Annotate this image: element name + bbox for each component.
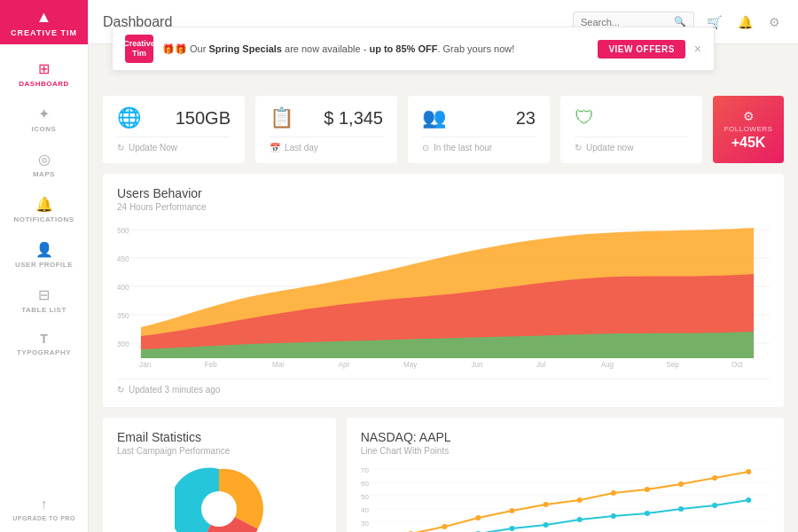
bell-header-icon[interactable]: 🔔 [734, 12, 756, 33]
refresh2-icon: ↻ [575, 143, 582, 153]
stat-value-storage: 150GB [176, 108, 231, 129]
stat-footer-text: Last day [285, 143, 318, 153]
stat-footer-text: Update now [586, 143, 633, 153]
logo-text: CREATIVE TIM [11, 28, 77, 37]
sidebar-item-label: DASHBOARD [19, 80, 69, 88]
notification-banner: Creative Tim 🎁🎁 Our Spring Specials are … [112, 27, 715, 71]
stat-footer-bugs: ↻ Update now [575, 137, 688, 153]
view-offers-button[interactable]: VIEW OFFERS [598, 40, 685, 59]
stat-footer-errors: ⊙ In the last hour [422, 137, 536, 153]
banner-logo-line1: Creative [123, 39, 155, 49]
maps-icon: ◎ [38, 151, 51, 168]
svg-text:30: 30 [361, 520, 369, 528]
svg-text:300: 300 [117, 340, 129, 349]
svg-text:50: 50 [361, 493, 369, 501]
svg-text:May: May [403, 360, 418, 370]
search-input[interactable] [581, 17, 669, 27]
sidebar-item-user-profile[interactable]: 👤 USER PROFILE [0, 232, 88, 278]
stat-footer-text: In the last hour [434, 143, 492, 153]
banner-bold: up to 85% OFF [369, 43, 437, 54]
sidebar-item-dashboard[interactable]: ⊞ DASHBOARD [0, 51, 88, 97]
svg-point-55 [645, 511, 650, 516]
svg-point-42 [610, 490, 615, 496]
stat-header: 📋 $ 1,345 [270, 106, 383, 129]
svg-point-54 [610, 513, 615, 519]
svg-point-41 [576, 497, 582, 503]
banner-text-middle: are now available - [282, 43, 369, 54]
chart-footer: ↻ Updated 3 minutes ago [117, 379, 770, 395]
sidebar-item-label: MAPS [33, 170, 55, 178]
svg-point-37 [442, 524, 447, 529]
upgrade-to-pro-button[interactable]: ↑ UPGRADE TO PRO [12, 486, 75, 532]
sidebar-item-maps[interactable]: ◎ MAPS [0, 142, 88, 187]
nasdaq-subtitle: Line Chart With Points [361, 446, 770, 456]
sidebar-item-label: USER PROFILE [15, 261, 73, 269]
sidebar-item-notifications[interactable]: 🔔 NOTIFICATIONS [0, 187, 88, 232]
typography-icon: T [40, 332, 48, 346]
clipboard-icon: 📋 [270, 106, 293, 129]
svg-text:Jun: Jun [471, 360, 482, 370]
upgrade-icon: ↑ [41, 497, 48, 512]
banner-text-prefix: 🎁🎁 Our [162, 43, 208, 54]
svg-text:Jan: Jan [139, 360, 151, 370]
followers-card: ⚙ Followers +45K [713, 96, 784, 163]
upgrade-label: UPGRADE TO PRO [12, 515, 75, 521]
svg-text:60: 60 [361, 480, 369, 488]
svg-text:450: 450 [117, 254, 129, 264]
svg-point-58 [746, 497, 751, 503]
svg-point-53 [576, 517, 582, 522]
pie-chart-container [117, 465, 322, 532]
svg-point-56 [678, 506, 684, 512]
svg-text:400: 400 [117, 283, 129, 293]
users-icon: 👥 [422, 106, 446, 129]
icons-icon: ✦ [38, 106, 50, 122]
svg-point-52 [543, 522, 548, 528]
close-icon[interactable]: × [694, 42, 701, 56]
followers-label: Followers [724, 125, 773, 133]
stat-footer-revenue: 📅 Last day [270, 137, 383, 153]
svg-text:40: 40 [361, 506, 369, 514]
sidebar-item-icons[interactable]: ✦ ICONS [0, 97, 88, 142]
stat-header: 🌐 150GB [117, 106, 231, 129]
svg-point-20 [201, 491, 237, 527]
svg-point-39 [509, 508, 514, 513]
stat-card-revenue: 📋 $ 1,345 📅 Last day [255, 96, 397, 163]
sidebar-item-label: NOTIFICATIONS [13, 215, 74, 223]
globe-icon: 🌐 [117, 106, 141, 129]
shield-icon: 🛡 [575, 106, 594, 129]
sidebar-item-typography[interactable]: T TYPOGRAPHY [0, 323, 88, 365]
sidebar-item-table-list[interactable]: ⊟ TABLE LIST [0, 278, 88, 323]
chart-update-text: Updated 3 minutes ago [129, 385, 220, 395]
refresh-icon: ↻ [117, 385, 124, 395]
followers-value: +45K [732, 135, 766, 151]
user-icon: 👤 [35, 241, 53, 258]
banner-highlight: Spring Specials [208, 43, 282, 54]
svg-point-44 [678, 481, 684, 487]
stats-row: 🌐 150GB ↻ Update Now 📋 $ 1,345 📅 [103, 96, 784, 163]
banner-text-suffix: . Grab yours now! [437, 43, 514, 54]
sidebar-logo[interactable]: ▲ CREATIVE TIM [0, 0, 88, 44]
sidebar-item-label: TABLE LIST [21, 306, 66, 314]
sidebar: ▲ CREATIVE TIM ⊞ DASHBOARD ✦ ICONS ◎ MAP… [0, 0, 89, 532]
users-behavior-title: Users Behavior [117, 186, 770, 200]
svg-point-43 [645, 487, 650, 492]
svg-text:70: 70 [361, 466, 369, 474]
sidebar-nav: ⊞ DASHBOARD ✦ ICONS ◎ MAPS 🔔 NOTIFICATIO… [0, 44, 88, 486]
logo-icon: ▲ [36, 8, 52, 27]
gear-icon[interactable]: ⚙ [743, 109, 755, 123]
svg-text:Mar: Mar [272, 360, 285, 370]
dashboard-icon: ⊞ [38, 60, 50, 77]
main-content: Dashboard 🔍 🛒 🔔 ⚙ Creative Tim 🎁🎁 O [89, 0, 798, 532]
settings-icon[interactable]: ⚙ [765, 12, 784, 33]
svg-text:Jul: Jul [536, 360, 545, 370]
svg-text:350: 350 [117, 311, 129, 321]
users-behavior-subtitle: 24 Hours Performance [117, 202, 770, 212]
svg-point-38 [475, 515, 481, 520]
banner-logo-line2: Tim [123, 49, 155, 59]
svg-point-45 [712, 475, 717, 481]
email-statistics-card: Email Statistics Last Campaign Performan… [103, 418, 336, 532]
clock-icon: ⊙ [422, 143, 429, 153]
email-stats-subtitle: Last Campaign Performance [117, 446, 322, 456]
stat-footer-storage: ↻ Update Now [117, 137, 231, 153]
svg-text:Aug: Aug [601, 360, 614, 370]
